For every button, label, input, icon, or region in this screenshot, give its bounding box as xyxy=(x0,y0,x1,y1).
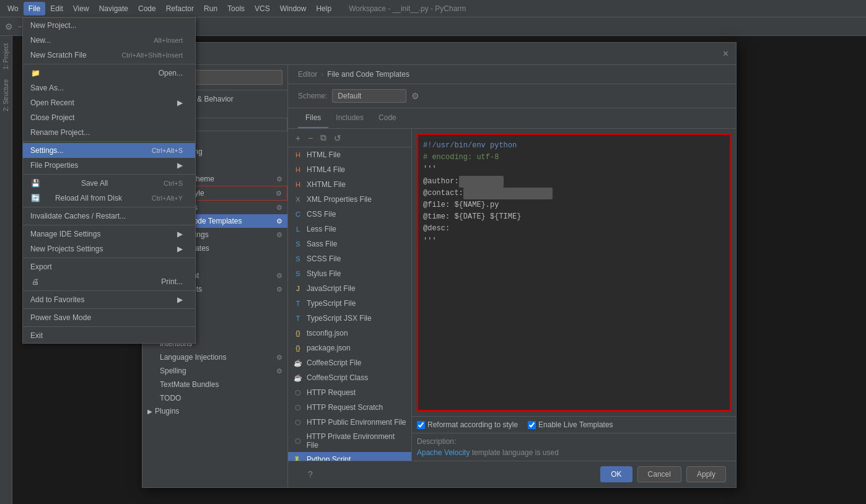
menu-item-close-project[interactable]: Close Project xyxy=(23,110,195,125)
menu-item-label: Rename Project... xyxy=(30,128,90,137)
file-item-tsconfig[interactable]: {} tsconfig.json xyxy=(288,326,411,341)
menubar-item-edit[interactable]: Edit xyxy=(45,2,68,15)
file-item-javascript[interactable]: J JavaScript File xyxy=(288,281,411,296)
file-item-typescript[interactable]: T TypeScript File xyxy=(288,296,411,311)
xml-file-icon: X xyxy=(293,194,303,204)
dialog-close-button[interactable]: × xyxy=(723,48,728,59)
copy-file-button[interactable]: ⧉ xyxy=(318,131,329,144)
tree-item-todo[interactable]: TODO xyxy=(142,391,287,405)
menu-item-new-scratch[interactable]: New Scratch File Ctrl+Alt+Shift+Insert xyxy=(23,48,195,63)
tree-item-textmate-bundles[interactable]: TextMate Bundles xyxy=(142,378,287,391)
folder-icon: 📁 xyxy=(30,69,40,77)
file-item-python-script[interactable]: 🐍 Python Script xyxy=(288,452,411,461)
cancel-button[interactable]: Cancel xyxy=(637,466,681,482)
reformat-checkbox[interactable] xyxy=(417,421,425,429)
menu-item-export[interactable]: Export xyxy=(23,259,195,274)
live-templates-checkbox[interactable] xyxy=(528,421,536,429)
menu-item-save-as[interactable]: Save As... xyxy=(23,80,195,95)
js-file-icon: J xyxy=(293,284,303,293)
menubar-item-code[interactable]: Code xyxy=(133,2,161,15)
code-line-2: # encoding: utf-8 xyxy=(423,152,725,163)
package-json-icon: {} xyxy=(293,343,303,353)
menu-item-print[interactable]: 🖨 Print... xyxy=(23,274,195,289)
menu-item-invalidate-caches[interactable]: Invalidate Caches / Restart... xyxy=(23,209,195,224)
badge-icon: ⚙ xyxy=(276,217,282,225)
reset-file-button[interactable]: ↺ xyxy=(331,132,344,144)
menu-item-settings[interactable]: Settings... Ctrl+Alt+S xyxy=(23,143,195,158)
tab-code[interactable]: Code xyxy=(371,108,404,128)
badge-icon: ⚙ xyxy=(276,204,282,212)
menubar-item-refactor[interactable]: Refactor xyxy=(161,2,199,15)
code-editor[interactable]: #!/usr/bin/env python # encoding: utf-8 … xyxy=(417,134,731,411)
file-item-css[interactable]: C CSS File xyxy=(288,207,411,222)
menu-item-open[interactable]: 📁 Open... xyxy=(23,66,195,80)
menu-item-new-projects-settings[interactable]: New Projects Settings ▶ xyxy=(23,241,195,256)
menubar-item-file[interactable]: File xyxy=(24,2,45,15)
file-item-stylus[interactable]: S Stylus File xyxy=(288,266,411,281)
file-item-html4[interactable]: H HTML4 File xyxy=(288,162,411,177)
menu-item-add-favorites[interactable]: Add to Favorites ▶ xyxy=(23,292,195,307)
live-templates-checkbox-label[interactable]: Enable Live Templates xyxy=(528,420,613,429)
menu-item-file-properties[interactable]: File Properties ▶ xyxy=(23,158,195,173)
apache-velocity-link[interactable]: Apache Velocity xyxy=(417,448,470,457)
file-item-http-private-env[interactable]: ⬡ HTTP Private Environment File xyxy=(288,430,411,452)
file-item-http-public-env[interactable]: ⬡ HTTP Public Environment File xyxy=(288,415,411,430)
menubar-item-view[interactable]: View xyxy=(68,2,94,15)
reformat-checkbox-label[interactable]: Reformat according to style xyxy=(417,420,518,429)
menu-item-power-save[interactable]: Power Save Mode xyxy=(23,310,195,325)
tab-files[interactable]: Files xyxy=(298,108,328,128)
menubar-item-navigate[interactable]: Navigate xyxy=(94,2,133,15)
file-item-http-scratch[interactable]: ⬡ HTTP Request Scratch xyxy=(288,400,411,415)
tab-includes[interactable]: Includes xyxy=(328,108,371,128)
apply-button[interactable]: Apply xyxy=(686,466,726,482)
file-item-xml-properties[interactable]: X XML Properties File xyxy=(288,192,411,207)
menubar-item-help[interactable]: Help xyxy=(311,2,336,15)
menu-item-new[interactable]: New... Alt+Insert xyxy=(23,33,195,48)
tree-item-plugins[interactable]: ▶ Plugins xyxy=(142,405,287,417)
file-item-package-json[interactable]: {} package.json xyxy=(288,341,411,355)
menu-item-open-recent[interactable]: Open Recent ▶ xyxy=(23,95,195,110)
menubar-item-run[interactable]: Run xyxy=(199,2,222,15)
menubar: Wo File Edit View Navigate Code Refactor… xyxy=(0,0,866,17)
scheme-gear-icon[interactable]: ⚙ xyxy=(411,91,419,101)
file-item-http-request[interactable]: ⬡ HTTP Request xyxy=(288,385,411,400)
menubar-item-window[interactable]: Window xyxy=(275,2,312,15)
file-dropdown-menu: New Project... New... Alt+Insert New Scr… xyxy=(22,17,196,344)
file-item-xhtml[interactable]: H XHTML File xyxy=(288,177,411,192)
file-item-html[interactable]: H HTML File xyxy=(288,147,411,162)
menubar-item-vcs[interactable]: VCS xyxy=(250,2,275,15)
file-item-name: HTTP Private Environment File xyxy=(307,432,406,450)
scheme-select[interactable]: Default Project xyxy=(332,89,406,103)
xhtml-file-icon: H xyxy=(293,180,303,189)
file-item-scss[interactable]: S SCSS File xyxy=(288,251,411,266)
submenu-arrow-icon: ▶ xyxy=(177,245,183,253)
file-item-less[interactable]: L Less File xyxy=(288,222,411,237)
menu-item-manage-ide[interactable]: Manage IDE Settings ▶ xyxy=(23,227,195,241)
remove-file-button[interactable]: − xyxy=(305,132,315,144)
tree-item-language-injections[interactable]: Language Injections ⚙ xyxy=(142,350,287,364)
tab-bar-minus[interactable]: − xyxy=(18,22,22,31)
file-item-coffeescript-class[interactable]: ☕ CoffeeScript Class xyxy=(288,370,411,385)
file-list-toolbar: + − ⧉ ↺ xyxy=(288,129,411,147)
menu-item-save-all[interactable]: 💾 Save All Ctrl+S xyxy=(23,176,195,191)
file-item-name: HTTP Request xyxy=(307,388,356,397)
settings-gear-icon[interactable]: ⚙ xyxy=(5,22,13,32)
menu-item-label: Open Recent xyxy=(30,98,74,107)
file-item-typescript-jsx[interactable]: T TypeScript JSX File xyxy=(288,311,411,326)
html-file-icon: H xyxy=(293,150,303,160)
menu-item-reload[interactable]: 🔄 Reload All from Disk Ctrl+Alt+Y xyxy=(23,191,195,206)
menu-item-new-project[interactable]: New Project... xyxy=(23,18,195,33)
menubar-item-tools[interactable]: Tools xyxy=(222,2,250,15)
menu-item-rename-project[interactable]: Rename Project... xyxy=(23,125,195,140)
file-item-sass[interactable]: S Sass File xyxy=(288,237,411,251)
menu-item-label: Save All xyxy=(81,179,108,188)
menu-item-label: New Projects Settings xyxy=(30,245,103,253)
add-file-button[interactable]: + xyxy=(293,132,303,144)
menu-item-exit[interactable]: Exit xyxy=(23,328,195,343)
tree-item-spelling[interactable]: Spelling ⚙ xyxy=(142,364,287,378)
file-item-coffeescript[interactable]: ☕ CoffeeScript File xyxy=(288,355,411,370)
menubar-item-workspace[interactable]: Wo xyxy=(2,2,24,15)
help-button[interactable]: ? xyxy=(298,466,323,482)
file-item-name: Less File xyxy=(307,225,336,233)
ok-button[interactable]: OK xyxy=(600,466,632,482)
